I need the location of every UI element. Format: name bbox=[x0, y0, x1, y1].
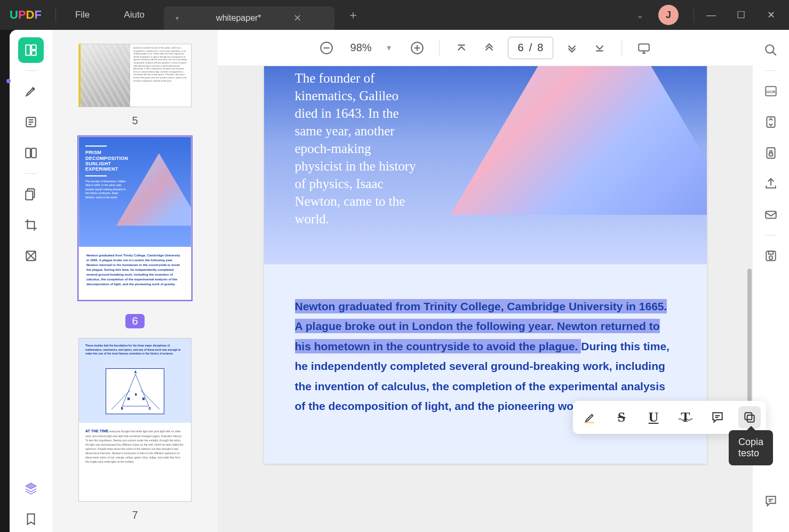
separator bbox=[25, 70, 37, 71]
svg-rect-4 bbox=[26, 148, 30, 157]
last-page-button[interactable] bbox=[591, 39, 609, 57]
share-button[interactable] bbox=[760, 173, 782, 195]
separator bbox=[439, 39, 440, 57]
window-minimize-icon[interactable]: — bbox=[698, 10, 724, 21]
svg-rect-19 bbox=[747, 415, 754, 422]
hero-text[interactable]: The founder of kinematics, Galileo died … bbox=[295, 69, 418, 228]
thumbnails-panel: direction and other factors of the point… bbox=[52, 30, 218, 532]
organize-pages-button[interactable] bbox=[18, 181, 44, 207]
zoom-level: 98% bbox=[350, 42, 372, 54]
main-view: 98% ▾ 6 / 8 The f bbox=[218, 30, 753, 532]
prev-page-button[interactable] bbox=[480, 39, 498, 57]
app-body: direction and other factors of the point… bbox=[10, 30, 789, 532]
view-toolbar: 98% ▾ 6 / 8 bbox=[218, 30, 753, 66]
separator bbox=[25, 173, 37, 174]
svg-rect-0 bbox=[26, 45, 30, 55]
left-tool-rail bbox=[10, 30, 52, 532]
squiggly-underline-button[interactable]: T bbox=[674, 406, 697, 429]
svg-text:OCR: OCR bbox=[767, 90, 776, 94]
presentation-button[interactable] bbox=[635, 39, 653, 57]
menu-file[interactable]: File bbox=[60, 10, 105, 20]
thumbnail-label-selected: 6 bbox=[125, 314, 144, 328]
search-button[interactable] bbox=[760, 39, 782, 61]
copy-text-button[interactable] bbox=[738, 406, 761, 429]
svg-rect-20 bbox=[745, 413, 752, 420]
svg-text:B: B bbox=[121, 407, 123, 410]
reading-mode-button[interactable] bbox=[18, 140, 44, 166]
separator bbox=[765, 70, 777, 71]
crop-tool-button[interactable] bbox=[18, 212, 44, 238]
email-button[interactable] bbox=[760, 204, 782, 225]
document-scroll[interactable]: The founder of kinematics, Galileo died … bbox=[218, 66, 753, 532]
page-body-text[interactable]: Newton graduated from Trinity College, C… bbox=[264, 264, 707, 464]
notification-dot bbox=[6, 79, 11, 83]
separator bbox=[55, 7, 56, 22]
tab-close-icon[interactable]: ✕ bbox=[293, 12, 301, 24]
layers-button[interactable] bbox=[18, 475, 44, 501]
document-tab[interactable]: ▾ whitepaper* ✕ bbox=[164, 6, 334, 30]
svg-rect-27 bbox=[766, 212, 776, 219]
next-page-button[interactable] bbox=[563, 39, 581, 57]
protect-button[interactable] bbox=[760, 142, 782, 164]
page-thumbnail-6[interactable]: PRISM DECOMPOSITION SUNLIGHT EXPERIMENT … bbox=[78, 136, 192, 300]
first-page-button[interactable] bbox=[452, 39, 471, 57]
menu-help[interactable]: Aiuto bbox=[109, 10, 160, 20]
page-current: 6 bbox=[518, 42, 524, 54]
page-indicator[interactable]: 6 / 8 bbox=[508, 37, 554, 59]
tab-dropdown-icon[interactable]: ▾ bbox=[176, 14, 179, 22]
add-tab-button[interactable]: ＋ bbox=[347, 7, 359, 23]
thumbnail-label: 7 bbox=[132, 509, 138, 521]
convert-button[interactable] bbox=[760, 111, 782, 133]
separator bbox=[694, 7, 694, 22]
titlebar: UPDF File Aiuto ▾ whitepaper* ✕ ＋ ⌄ J — … bbox=[0, 0, 789, 30]
page-thumbnail-7[interactable]: These studies laid the foundation for th… bbox=[78, 338, 192, 502]
svg-rect-2 bbox=[31, 51, 36, 55]
svg-point-30 bbox=[769, 256, 773, 260]
zoom-in-button[interactable] bbox=[408, 39, 426, 57]
app-logo: UPDF bbox=[10, 8, 42, 22]
page-thumbnail-5[interactable]: direction and other factors of the point… bbox=[78, 44, 192, 107]
save-button[interactable] bbox=[760, 245, 782, 267]
ocr-button[interactable]: OCR bbox=[760, 80, 782, 102]
window-maximize-icon[interactable]: ☐ bbox=[728, 9, 754, 21]
diagram-icon: ABCSMM bbox=[106, 368, 164, 414]
page-total: 8 bbox=[537, 42, 543, 54]
separator bbox=[621, 39, 622, 57]
comment-button[interactable] bbox=[706, 406, 729, 429]
highlight-button[interactable] bbox=[578, 406, 601, 429]
highlight-tool-button[interactable] bbox=[18, 78, 44, 104]
thumbnails-panel-button[interactable] bbox=[18, 37, 44, 63]
zoom-out-button[interactable] bbox=[317, 39, 336, 57]
tabs-overflow-icon[interactable]: ⌄ bbox=[636, 10, 643, 20]
comments-panel-button[interactable] bbox=[760, 490, 782, 512]
page-hero: The founder of kinematics, Galileo died … bbox=[264, 66, 707, 264]
svg-rect-17 bbox=[639, 44, 650, 51]
thumbnail-label: 5 bbox=[132, 115, 138, 127]
annotate-tool-button[interactable] bbox=[18, 109, 44, 135]
svg-rect-18 bbox=[585, 422, 594, 423]
svg-rect-26 bbox=[769, 153, 773, 156]
user-avatar[interactable]: J bbox=[658, 5, 679, 25]
selection-toolbar: S U T bbox=[573, 401, 766, 434]
underline-button[interactable]: U bbox=[642, 406, 665, 429]
tooltip: Copia testo bbox=[729, 430, 773, 465]
redact-tool-button[interactable] bbox=[18, 243, 44, 269]
bookmark-button[interactable] bbox=[18, 506, 44, 532]
svg-point-21 bbox=[766, 45, 774, 53]
prism-image bbox=[451, 66, 707, 258]
svg-rect-1 bbox=[31, 45, 36, 50]
svg-text:M: M bbox=[142, 397, 145, 400]
svg-rect-5 bbox=[31, 148, 36, 157]
strikethrough-button[interactable]: S bbox=[610, 406, 633, 429]
separator bbox=[765, 235, 777, 236]
window-close-icon[interactable]: ✕ bbox=[758, 9, 784, 21]
zoom-dropdown-icon[interactable]: ▾ bbox=[387, 43, 391, 53]
svg-text:S: S bbox=[135, 393, 137, 396]
svg-rect-29 bbox=[769, 251, 774, 254]
svg-text:M: M bbox=[127, 397, 130, 400]
svg-rect-7 bbox=[26, 191, 33, 200]
tab-title: whitepaper* bbox=[216, 13, 261, 23]
svg-text:A: A bbox=[134, 370, 137, 374]
svg-text:C: C bbox=[149, 407, 151, 410]
